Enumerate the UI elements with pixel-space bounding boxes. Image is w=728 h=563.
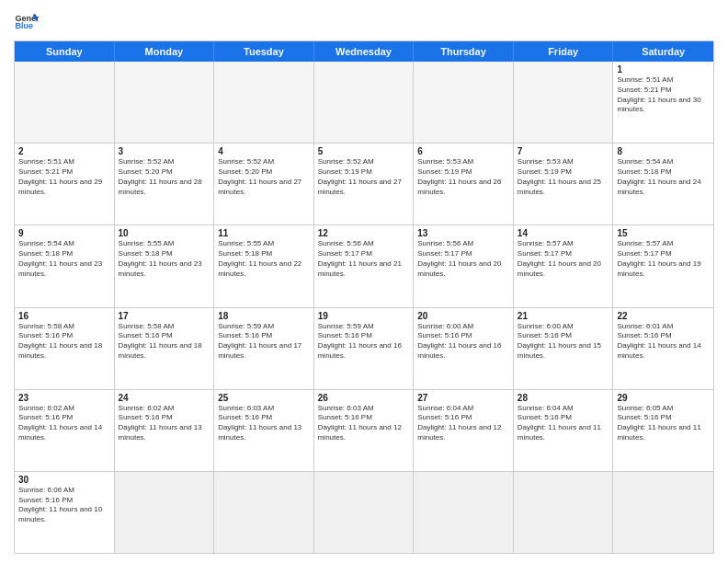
day-number: 9 (18, 228, 110, 238)
day-number: 15 (617, 228, 710, 238)
calendar-row-1: 2Sunrise: 5:51 AMSunset: 5:21 PMDaylight… (15, 144, 713, 225)
calendar-cell-3-6: 22Sunrise: 6:01 AMSunset: 5:16 PMDayligh… (613, 308, 713, 389)
day-number: 25 (218, 393, 310, 403)
calendar-cell-0-3 (314, 62, 415, 143)
day-number: 28 (518, 393, 609, 403)
day-number: 5 (318, 146, 410, 156)
cell-info: Sunrise: 5:54 AMSunset: 5:18 PMDaylight:… (617, 157, 710, 197)
calendar-header: SundayMondayTuesdayWednesdayThursdayFrid… (15, 41, 713, 62)
calendar-cell-3-2: 18Sunrise: 5:59 AMSunset: 5:16 PMDayligh… (214, 308, 314, 389)
header-day-saturday: Saturday (613, 41, 713, 62)
calendar-row-5: 30Sunrise: 6:06 AMSunset: 5:16 PMDayligh… (15, 472, 713, 553)
cell-info: Sunrise: 5:52 AMSunset: 5:20 PMDaylight:… (218, 157, 310, 197)
header-day-monday: Monday (115, 41, 215, 62)
calendar-cell-4-5: 28Sunrise: 6:04 AMSunset: 5:16 PMDayligh… (514, 390, 614, 471)
day-number: 27 (417, 393, 509, 403)
day-number: 3 (119, 146, 210, 156)
cell-info: Sunrise: 5:57 AMSunset: 5:17 PMDaylight:… (617, 239, 710, 279)
day-number: 13 (417, 228, 509, 238)
calendar-cell-2-2: 11Sunrise: 5:55 AMSunset: 5:18 PMDayligh… (214, 225, 314, 306)
calendar-cell-1-2: 4Sunrise: 5:52 AMSunset: 5:20 PMDaylight… (214, 144, 314, 224)
cell-info: Sunrise: 5:57 AMSunset: 5:17 PMDaylight:… (518, 239, 609, 279)
calendar-cell-2-6: 15Sunrise: 5:57 AMSunset: 5:17 PMDayligh… (613, 225, 713, 306)
cell-info: Sunrise: 6:04 AMSunset: 5:16 PMDaylight:… (417, 404, 509, 443)
calendar-cell-4-0: 23Sunrise: 6:02 AMSunset: 5:16 PMDayligh… (15, 390, 115, 471)
cell-info: Sunrise: 5:51 AMSunset: 5:21 PMDaylight:… (617, 75, 710, 115)
cell-info: Sunrise: 6:06 AMSunset: 5:16 PMDaylight:… (18, 486, 110, 525)
calendar-cell-1-4: 6Sunrise: 5:53 AMSunset: 5:19 PMDaylight… (414, 144, 514, 224)
calendar-cell-5-5 (514, 472, 614, 553)
day-number: 22 (617, 311, 710, 321)
cell-info: Sunrise: 5:53 AMSunset: 5:19 PMDaylight:… (417, 157, 509, 197)
cell-info: Sunrise: 5:51 AMSunset: 5:21 PMDaylight:… (18, 157, 110, 197)
cell-info: Sunrise: 6:02 AMSunset: 5:16 PMDaylight:… (18, 404, 110, 443)
cell-info: Sunrise: 5:59 AMSunset: 5:16 PMDaylight:… (318, 322, 410, 362)
cell-info: Sunrise: 6:00 AMSunset: 5:16 PMDaylight:… (417, 322, 509, 362)
day-number: 20 (417, 311, 509, 321)
calendar-row-3: 16Sunrise: 5:58 AMSunset: 5:16 PMDayligh… (15, 308, 713, 390)
day-number: 30 (18, 475, 110, 485)
day-number: 26 (318, 393, 410, 403)
header-day-wednesday: Wednesday (314, 41, 415, 62)
calendar-row-0: 1Sunrise: 5:51 AMSunset: 5:21 PMDaylight… (15, 62, 713, 144)
calendar-cell-0-2 (214, 62, 314, 143)
calendar-cell-0-4 (414, 62, 514, 143)
cell-info: Sunrise: 6:03 AMSunset: 5:16 PMDaylight:… (318, 404, 410, 443)
logo: General Blue (14, 9, 40, 35)
calendar-cell-3-3: 19Sunrise: 5:59 AMSunset: 5:16 PMDayligh… (314, 308, 415, 389)
cell-info: Sunrise: 5:53 AMSunset: 5:19 PMDaylight:… (518, 157, 609, 197)
day-number: 10 (119, 228, 210, 238)
day-number: 14 (518, 228, 609, 238)
cell-info: Sunrise: 6:02 AMSunset: 5:16 PMDaylight:… (119, 404, 210, 443)
calendar-cell-3-4: 20Sunrise: 6:00 AMSunset: 5:16 PMDayligh… (414, 308, 514, 389)
day-number: 12 (318, 228, 410, 238)
calendar-cell-5-4 (414, 472, 514, 553)
calendar-cell-2-5: 14Sunrise: 5:57 AMSunset: 5:17 PMDayligh… (514, 225, 614, 306)
calendar-cell-2-4: 13Sunrise: 5:56 AMSunset: 5:17 PMDayligh… (414, 225, 514, 306)
calendar-cell-4-2: 25Sunrise: 6:03 AMSunset: 5:16 PMDayligh… (214, 390, 314, 471)
cell-info: Sunrise: 6:05 AMSunset: 5:16 PMDaylight:… (617, 404, 710, 443)
cell-info: Sunrise: 6:03 AMSunset: 5:16 PMDaylight:… (218, 404, 310, 443)
cell-info: Sunrise: 5:58 AMSunset: 5:16 PMDaylight:… (18, 322, 110, 362)
calendar-cell-2-1: 10Sunrise: 5:55 AMSunset: 5:18 PMDayligh… (115, 225, 215, 306)
calendar-cell-4-6: 29Sunrise: 6:05 AMSunset: 5:16 PMDayligh… (613, 390, 713, 471)
header-day-tuesday: Tuesday (214, 41, 314, 62)
cell-info: Sunrise: 5:58 AMSunset: 5:16 PMDaylight:… (119, 322, 210, 362)
calendar-row-2: 9Sunrise: 5:54 AMSunset: 5:18 PMDaylight… (15, 225, 713, 307)
day-number: 2 (18, 146, 110, 156)
calendar-cell-1-6: 8Sunrise: 5:54 AMSunset: 5:18 PMDaylight… (613, 144, 713, 224)
calendar-cell-0-6: 1Sunrise: 5:51 AMSunset: 5:21 PMDaylight… (613, 62, 713, 143)
calendar-cell-5-1 (115, 472, 215, 553)
cell-info: Sunrise: 5:55 AMSunset: 5:18 PMDaylight:… (218, 239, 310, 279)
day-number: 1 (617, 64, 710, 75)
calendar-cell-0-1 (115, 62, 215, 143)
calendar-cell-4-1: 24Sunrise: 6:02 AMSunset: 5:16 PMDayligh… (115, 390, 215, 471)
day-number: 8 (617, 146, 710, 156)
calendar-cell-4-3: 26Sunrise: 6:03 AMSunset: 5:16 PMDayligh… (314, 390, 415, 471)
cell-info: Sunrise: 5:56 AMSunset: 5:17 PMDaylight:… (318, 239, 410, 279)
day-number: 16 (18, 311, 110, 321)
calendar-cell-1-5: 7Sunrise: 5:53 AMSunset: 5:19 PMDaylight… (514, 144, 614, 224)
logo-icon: General Blue (14, 9, 40, 35)
calendar-cell-5-3 (314, 472, 415, 553)
calendar-cell-0-0 (15, 62, 115, 143)
day-number: 19 (318, 311, 410, 321)
cell-info: Sunrise: 6:01 AMSunset: 5:16 PMDaylight:… (617, 322, 710, 362)
calendar-cell-2-0: 9Sunrise: 5:54 AMSunset: 5:18 PMDaylight… (15, 225, 115, 306)
cell-info: Sunrise: 5:55 AMSunset: 5:18 PMDaylight:… (119, 239, 210, 279)
day-number: 18 (218, 311, 310, 321)
cell-info: Sunrise: 5:59 AMSunset: 5:16 PMDaylight:… (218, 322, 310, 362)
cell-info: Sunrise: 5:54 AMSunset: 5:18 PMDaylight:… (18, 239, 110, 279)
day-number: 21 (518, 311, 609, 321)
cell-info: Sunrise: 5:52 AMSunset: 5:19 PMDaylight:… (318, 157, 410, 197)
header-day-sunday: Sunday (15, 41, 115, 62)
calendar-row-4: 23Sunrise: 6:02 AMSunset: 5:16 PMDayligh… (15, 390, 713, 472)
cell-info: Sunrise: 6:00 AMSunset: 5:16 PMDaylight:… (518, 322, 609, 362)
calendar-cell-1-3: 5Sunrise: 5:52 AMSunset: 5:19 PMDaylight… (314, 144, 415, 224)
calendar-cell-2-3: 12Sunrise: 5:56 AMSunset: 5:17 PMDayligh… (314, 225, 415, 306)
page: General Blue SundayMondayTuesdayWednesda… (0, 0, 728, 563)
calendar-body: 1Sunrise: 5:51 AMSunset: 5:21 PMDaylight… (15, 62, 713, 553)
calendar-cell-0-5 (514, 62, 614, 143)
calendar-cell-1-1: 3Sunrise: 5:52 AMSunset: 5:20 PMDaylight… (115, 144, 215, 224)
calendar-cell-3-5: 21Sunrise: 6:00 AMSunset: 5:16 PMDayligh… (514, 308, 614, 389)
